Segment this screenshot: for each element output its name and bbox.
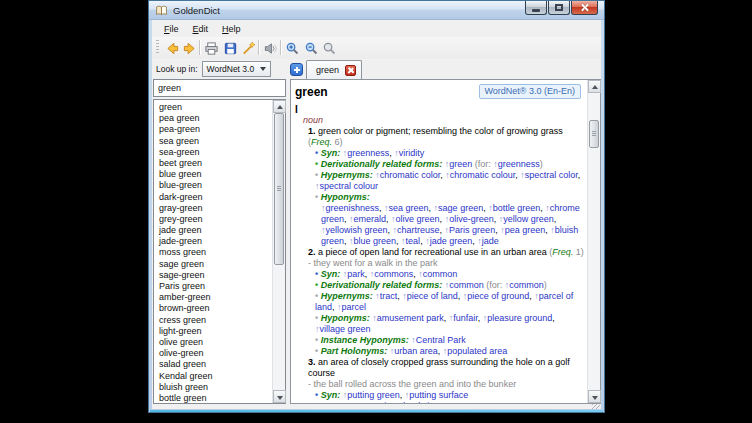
article-link[interactable]: jade — [482, 236, 499, 246]
scroll-up-button[interactable] — [588, 80, 601, 93]
article-link[interactable]: yellowish green — [326, 225, 388, 235]
word-list-item[interactable]: bluish green — [154, 382, 272, 393]
word-list-item[interactable]: green — [154, 102, 272, 113]
resize-grip[interactable] — [592, 404, 600, 409]
article-link[interactable]: funfair — [453, 313, 478, 323]
article-link[interactable]: greenishness — [326, 203, 380, 213]
article-link[interactable]: green — [449, 159, 472, 169]
article-link[interactable]: pea green — [505, 225, 546, 235]
article-link[interactable]: olive green — [396, 214, 440, 224]
menu-help[interactable]: Help — [215, 22, 248, 36]
word-list-item[interactable]: gray-green — [154, 203, 272, 214]
word-list-item[interactable]: amber-green — [154, 292, 272, 303]
print-button[interactable] — [203, 40, 219, 56]
scroll-up-button[interactable] — [273, 100, 286, 113]
article-link[interactable]: park — [347, 269, 365, 279]
article-link[interactable]: chartreuse — [397, 225, 440, 235]
word-list-item[interactable]: brown-green — [154, 303, 272, 314]
search-input[interactable] — [153, 79, 286, 97]
article-link[interactable]: greenness — [498, 159, 540, 169]
article-link[interactable]: site — [380, 401, 394, 403]
article-scrollbar[interactable] — [587, 80, 600, 403]
scrollbar-thumb[interactable] — [274, 113, 284, 265]
article-link[interactable]: yellow green — [503, 214, 554, 224]
article-link[interactable]: piece of land — [407, 291, 458, 301]
word-list-item[interactable]: blue-green — [154, 180, 272, 191]
word-list-item[interactable]: jade green — [154, 225, 272, 236]
article-link[interactable]: emerald — [354, 214, 387, 224]
dictionary-group-select[interactable]: WordNet 3.0 — [202, 61, 272, 77]
article-link[interactable]: parcel — [342, 302, 367, 312]
word-list-item[interactable]: light-green — [154, 326, 272, 337]
title-bar[interactable]: GoldenDict — [149, 1, 604, 20]
word-list-item[interactable]: pea green — [154, 113, 272, 124]
word-list-item[interactable]: grey-green — [154, 214, 272, 225]
article-link[interactable]: sage green — [438, 203, 483, 213]
article-link[interactable]: amusement park — [377, 313, 444, 323]
close-button[interactable] — [571, 1, 598, 15]
article-link[interactable]: urban area — [394, 346, 438, 356]
tab-close-button[interactable] — [345, 65, 356, 76]
scroll-down-button[interactable] — [588, 390, 601, 403]
article-link[interactable]: chromatic colour — [450, 170, 516, 180]
article-link[interactable]: sea green — [389, 203, 429, 213]
word-list-item[interactable]: olive green — [154, 337, 272, 348]
word-list-item[interactable]: blue green — [154, 169, 272, 180]
word-list-item[interactable]: bottle green — [154, 393, 272, 403]
toolbar-drag-handle[interactable] — [156, 40, 159, 55]
article-link[interactable]: commons — [374, 269, 413, 279]
save-article-button[interactable] — [222, 40, 238, 56]
article-link[interactable]: populated area — [447, 346, 507, 356]
article-link[interactable]: putting green — [347, 390, 400, 400]
article-link[interactable]: land site — [403, 401, 437, 403]
article-link[interactable]: jade green — [430, 236, 473, 246]
word-list-item[interactable]: sea-green — [154, 147, 272, 158]
article-link[interactable]: common — [423, 269, 458, 279]
zoom-out-button[interactable] — [303, 40, 319, 56]
add-tab-button[interactable] — [290, 63, 303, 76]
article-link[interactable]: Paris green — [449, 225, 495, 235]
word-list-item[interactable]: sea green — [154, 136, 272, 147]
forward-button[interactable] — [181, 40, 197, 56]
word-list-item[interactable]: sage green — [154, 259, 272, 270]
dictionary-badge[interactable]: WordNet® 3.0 (En-En) — [479, 84, 582, 99]
maximize-button[interactable] — [548, 1, 570, 15]
article-link[interactable]: tract — [380, 291, 398, 301]
menu-file[interactable]: File — [157, 22, 186, 36]
word-list-item[interactable]: Paris green — [154, 281, 272, 292]
word-list-item[interactable]: salad green — [154, 359, 272, 370]
word-list-item[interactable]: moss green — [154, 247, 272, 258]
article-link[interactable]: pleasure ground — [487, 313, 552, 323]
word-list-item[interactable]: sage-green — [154, 270, 272, 281]
article-link[interactable]: olive-green — [449, 214, 494, 224]
zoom-in-button[interactable] — [284, 40, 300, 56]
article-link[interactable]: spectral color — [525, 170, 578, 180]
article-link[interactable]: bottle green — [493, 203, 541, 213]
article-link[interactable]: teal — [406, 236, 421, 246]
scrollbar-thumb[interactable] — [589, 120, 599, 148]
article-link[interactable]: spectral colour — [320, 181, 379, 191]
article-link[interactable]: village green — [320, 324, 371, 334]
tab-green[interactable]: green — [306, 60, 362, 79]
word-list-scrollbar[interactable] — [272, 100, 285, 403]
article-link[interactable]: common — [449, 280, 484, 290]
article-link[interactable]: greenness — [347, 148, 389, 158]
wand-button[interactable] — [240, 40, 256, 56]
menu-edit[interactable]: Edit — [186, 22, 216, 36]
word-list-item[interactable]: olive-green — [154, 348, 272, 359]
word-list-item[interactable]: beet green — [154, 158, 272, 169]
article-link[interactable]: Central Park — [416, 335, 466, 345]
minimize-button[interactable] — [525, 1, 547, 15]
word-list-item[interactable]: pea-green — [154, 124, 272, 135]
word-list-item[interactable]: cress green — [154, 315, 272, 326]
pronounce-button[interactable] — [262, 40, 278, 56]
word-list-item[interactable]: Kendal green — [154, 371, 272, 382]
scroll-down-button[interactable] — [273, 390, 286, 403]
back-button[interactable] — [164, 40, 180, 56]
article-link[interactable]: putting surface — [409, 390, 468, 400]
article-link[interactable]: piece of ground — [467, 291, 529, 301]
article-link[interactable]: chromatic color — [380, 170, 441, 180]
article-link[interactable]: common — [509, 280, 544, 290]
word-list-item[interactable]: dark-green — [154, 192, 272, 203]
article-link[interactable]: viridity — [399, 148, 425, 158]
